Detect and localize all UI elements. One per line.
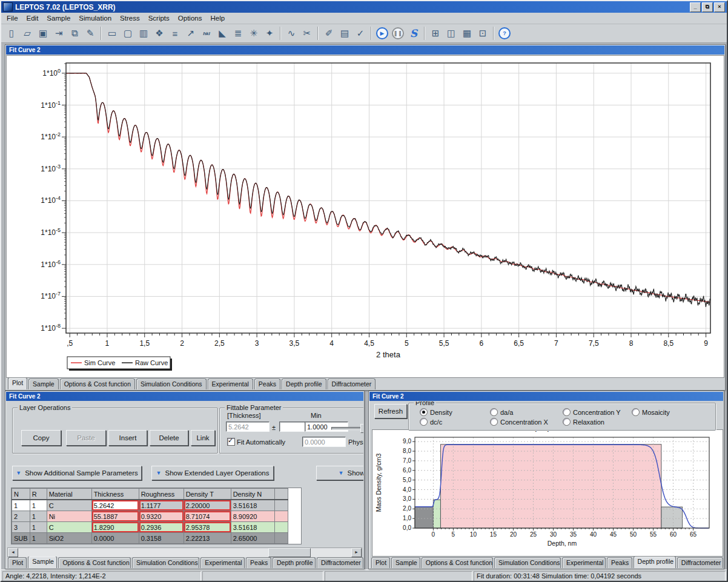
show-extended-layer-operations-button[interactable]: ▼Show Extended Layer Operations	[151, 466, 274, 480]
cell-n-row2[interactable]: 2	[12, 511, 30, 522]
new-document-icon[interactable]: ▯	[4, 26, 19, 41]
cell-material-row4[interactable]: SiO2	[47, 533, 91, 544]
radio-concentration-y[interactable]: Concentration Y	[563, 408, 621, 416]
tab-sample[interactable]: Sample	[391, 557, 420, 568]
duplicate-document-icon[interactable]: ⧉	[67, 26, 82, 41]
scrollbar-track[interactable]	[18, 548, 351, 557]
cell-thickness-row1[interactable]: 5.2642	[91, 500, 139, 511]
cell-thickness-row2[interactable]: 55.1887	[91, 511, 139, 522]
refresh-button[interactable]: Refresh	[374, 404, 407, 418]
cell-density-n-row3[interactable]: 3.51618	[231, 522, 274, 533]
tab-peaks[interactable]: Peaks	[607, 557, 632, 568]
tab-depth-profile[interactable]: Depth profile	[282, 379, 326, 389]
document-icon[interactable]: ▢	[121, 26, 135, 41]
archive-icon[interactable]: ▥	[136, 26, 151, 41]
folder-icon[interactable]: ▭	[105, 26, 119, 41]
cell-thickness-row3[interactable]: 1.8290	[91, 522, 139, 533]
horizontal-scrollbar[interactable]: ◄ ►	[7, 547, 362, 557]
tab-sample[interactable]: Sample	[28, 557, 57, 568]
tab-options-cost-function[interactable]: Options & Cost function	[58, 557, 131, 568]
tab-experimental[interactable]: Experimental	[562, 557, 606, 568]
xrr-plot-area[interactable]: ,511,522,533,544,555,566,577,588,592 the…	[6, 55, 724, 378]
arrange-dialog-icon[interactable]: ⊡	[475, 26, 490, 41]
tab-simulation-conditions[interactable]: Simulation Conditions	[494, 557, 561, 568]
tab-simulation-conditions[interactable]: Simulation Conditions	[136, 379, 207, 389]
document-settings-icon[interactable]: ❖	[152, 26, 167, 41]
cell-r-row3[interactable]: 1	[30, 522, 47, 533]
fit-automatically-checkbox[interactable]	[227, 438, 235, 446]
depth-profile-chart-container[interactable]: 051015202530354045505560650,01,02,03,04,…	[372, 429, 723, 557]
cell-density-n-row2[interactable]: 8.90920	[231, 511, 274, 522]
stress-scripts-icon[interactable]: S	[406, 26, 421, 41]
run-fit-icon[interactable]: ▶	[375, 26, 389, 41]
cell-density-t-row3[interactable]: 2.95378	[184, 522, 231, 533]
plot-window-titlebar[interactable]: Fit Curve 2	[6, 45, 724, 55]
tab-diffractometer[interactable]: Diffractometer	[677, 557, 723, 568]
copy-button[interactable]: Copy	[21, 430, 61, 446]
cell-r-row2[interactable]: 1	[30, 511, 47, 522]
save-icon[interactable]: ▣	[36, 26, 50, 41]
insert-button[interactable]: Insert	[108, 430, 147, 446]
edit-sample-file-icon[interactable]: ✎	[83, 26, 98, 41]
peak-cut-icon[interactable]: ✂	[300, 26, 314, 41]
radio-da-a[interactable]: da/a	[490, 408, 513, 416]
menu-edit[interactable]: Edit	[22, 14, 43, 22]
validate-fit-icon[interactable]: ✓	[353, 26, 368, 41]
radio-mosaicity[interactable]: Mosaicity	[632, 408, 670, 416]
pause-fit-icon[interactable]: ❚❚	[391, 26, 405, 41]
cell-n-row3[interactable]: 3	[12, 522, 30, 533]
tab-diffractometer[interactable]: Diffractometer	[317, 557, 363, 568]
radio-relaxation[interactable]: Relaxation	[563, 418, 604, 426]
delete-button[interactable]: Delete	[150, 430, 188, 446]
fill-plot-icon[interactable]: ◣	[215, 26, 230, 41]
cell-material-row2[interactable]: Ni	[47, 511, 91, 522]
profile-window-titlebar[interactable]: Fit Curve 2	[369, 392, 723, 401]
radio-concentration-x[interactable]: Concentration X	[490, 418, 548, 426]
cell-density-t-row4[interactable]: 2.22213	[184, 533, 231, 544]
show-x-ray-button[interactable]: ▼Show X-Ray	[316, 466, 363, 480]
min-slider-handle[interactable]	[360, 424, 363, 433]
cell-density-n-row4[interactable]: 2.65000	[231, 533, 274, 544]
cell-roughness-row3[interactable]: 0.2936	[139, 522, 184, 533]
cell-roughness-row2[interactable]: 0.9320	[139, 511, 184, 522]
physical-limit-input[interactable]	[302, 437, 346, 447]
tab-depth-profile[interactable]: Depth profile	[273, 557, 316, 568]
tab-plot[interactable]: Plot	[8, 557, 27, 568]
tab-simulation-conditions[interactable]: Simulation Conditions	[132, 557, 199, 568]
tab-experimental[interactable]: Experimental	[200, 557, 245, 568]
tile-windows-grid-icon[interactable]: ⊞	[428, 26, 443, 41]
help-icon[interactable]: ?	[497, 26, 512, 41]
close-button[interactable]: ×	[714, 2, 725, 12]
cell-material-row3[interactable]: C	[47, 522, 91, 533]
cell-n-row4[interactable]: SUB	[12, 533, 30, 544]
menu-sample[interactable]: Sample	[42, 14, 74, 22]
tab-experimental[interactable]: Experimental	[208, 379, 253, 389]
title-bar[interactable]: LEPTOS 7.02 (LEPTOS_XRR) _ ⧉ ×	[1, 1, 727, 13]
scroll-right-icon[interactable]: ►	[351, 548, 362, 557]
radio-dc-c[interactable]: dc/c	[420, 418, 442, 426]
print-icon[interactable]: ▤	[337, 26, 352, 41]
layers-stack-icon[interactable]: ≣	[231, 26, 245, 41]
tile-windows-horizontal-icon[interactable]: ◫	[444, 26, 458, 41]
import-document-icon[interactable]: ⇥	[51, 26, 66, 41]
cell-r-row4[interactable]: 1	[30, 533, 47, 544]
peak-select-icon[interactable]: ∿	[284, 26, 299, 41]
cell-roughness-row1[interactable]: 1.1177	[139, 500, 184, 511]
scrollbar-thumb[interactable]	[268, 548, 311, 557]
menu-options[interactable]: Options	[174, 14, 207, 22]
menu-help[interactable]: Help	[206, 14, 229, 22]
cell-r-row1[interactable]: 1	[30, 500, 47, 511]
tab-peaks[interactable]: Peaks	[246, 557, 271, 568]
scroll-left-icon[interactable]: ◄	[8, 548, 18, 557]
tab-options-cost-function[interactable]: Options & Cost function	[422, 557, 493, 568]
cell-density-t-row1[interactable]: 2.20000	[184, 500, 231, 511]
show-additional-sample-parameters-button[interactable]: ▼Show Additional Sample Parameters	[12, 466, 142, 480]
minimize-button[interactable]: _	[690, 2, 701, 12]
hkl-reflections-icon[interactable]: hkl	[199, 26, 214, 41]
radio-density[interactable]: Density	[420, 408, 452, 416]
menu-simulation[interactable]: Simulation	[74, 14, 116, 22]
min-slider-track[interactable]	[331, 427, 363, 430]
export-script-icon[interactable]: ↗	[184, 26, 198, 41]
tab-peaks[interactable]: Peaks	[254, 379, 280, 389]
tab-plot[interactable]: Plot	[371, 557, 390, 568]
